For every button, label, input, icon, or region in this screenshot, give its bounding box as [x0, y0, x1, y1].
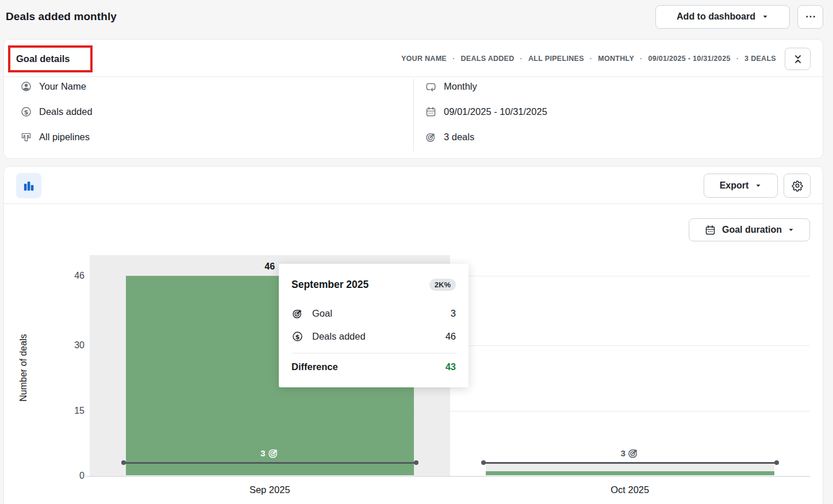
separator-dot: · — [520, 55, 523, 63]
bar-chart-type-button[interactable] — [16, 173, 41, 198]
chevron-down-icon — [755, 182, 762, 189]
target-icon — [425, 131, 437, 143]
bar-chart-icon — [21, 178, 36, 193]
tooltip-divider — [291, 353, 456, 353]
settings-button[interactable] — [784, 174, 811, 198]
svg-text:$: $ — [295, 333, 300, 341]
separator-dot: · — [590, 55, 592, 63]
goal-frequency-row: Monthly — [425, 80, 547, 93]
chart-toolbar: Export — [4, 167, 823, 204]
separator-dot: · — [452, 55, 455, 63]
chart-tooltip: September 2025 2K% Goal 3 $ Deals added … — [279, 264, 469, 387]
goal-duration-label: Goal duration — [722, 225, 782, 235]
svg-text:$: $ — [24, 108, 29, 116]
goal-details-body: Your Name $ Deals added All pipelines Mo… — [4, 77, 823, 159]
chevron-down-icon — [788, 226, 794, 233]
tooltip-goal-value: 3 — [451, 308, 456, 319]
ellipsis-icon — [805, 11, 816, 22]
goal-owner-row: Your Name — [20, 80, 93, 93]
goal-summary-item: MONTHLY — [598, 55, 634, 63]
tooltip-difference-row: Difference 43 — [291, 361, 456, 372]
chevron-down-icon — [762, 13, 769, 20]
collapse-icon — [792, 53, 804, 66]
separator-dot: · — [640, 55, 642, 63]
goal-details-panel: Goal details YOUR NAME·DEALS ADDED·ALL P… — [3, 39, 823, 159]
goal-metric-label: Deals added — [39, 106, 93, 117]
goal-metric-row: $ Deals added — [20, 106, 93, 118]
tooltip-deals-row: $ Deals added 46 — [291, 330, 456, 343]
pipeline-icon — [20, 131, 32, 143]
goal-summary-item: 09/01/2025 - 10/31/2025 — [648, 55, 731, 63]
dollar-icon: $ — [20, 106, 32, 118]
header-actions: Add to dashboard — [655, 5, 823, 29]
more-options-button[interactable] — [797, 5, 823, 29]
tooltip-goal-label: Goal — [312, 308, 332, 319]
vertical-divider — [413, 79, 414, 151]
goal-daterange-label: 09/01/2025 - 10/31/2025 — [444, 106, 547, 117]
tooltip-percent-badge: 2K% — [429, 279, 456, 291]
recurrence-icon — [425, 80, 437, 93]
tooltip-difference-value: 43 — [446, 361, 456, 372]
goal-summary-item: YOUR NAME — [401, 55, 447, 63]
collapse-button[interactable] — [785, 48, 811, 70]
goal-summary-item: DEALS ADDED — [460, 55, 514, 63]
tooltip-goal-row: Goal 3 — [291, 307, 456, 320]
target-icon — [291, 307, 304, 320]
tooltip-title: September 2025 — [291, 279, 368, 291]
goal-target-label: 3 deals — [444, 132, 474, 143]
tooltip-difference-label: Difference — [291, 361, 338, 372]
export-label: Export — [720, 180, 749, 191]
goal-summary: YOUR NAME·DEALS ADDED·ALL PIPELINES·MONT… — [401, 40, 776, 77]
export-button[interactable]: Export — [704, 174, 778, 198]
separator-dot: · — [736, 55, 739, 63]
goal-details-header: Goal details YOUR NAME·DEALS ADDED·ALL P… — [4, 40, 823, 77]
calendar-icon — [704, 224, 716, 236]
gear-icon — [791, 179, 804, 192]
add-to-dashboard-button[interactable]: Add to dashboard — [655, 5, 790, 29]
add-to-dashboard-label: Add to dashboard — [677, 11, 755, 22]
goal-owner-label: Your Name — [39, 81, 86, 92]
dollar-icon: $ — [291, 330, 304, 343]
goal-details-title: Goal details — [16, 53, 70, 64]
goal-pipeline-label: All pipelines — [39, 132, 90, 143]
goal-pipeline-row: All pipelines — [20, 131, 93, 143]
tooltip-deals-value: 46 — [446, 331, 456, 342]
user-icon — [20, 80, 32, 93]
tooltip-deals-label: Deals added — [312, 331, 366, 342]
goal-summary-item: ALL PIPELINES — [528, 55, 584, 63]
goal-daterange-row: 09/01/2025 - 10/31/2025 — [425, 106, 547, 118]
goal-frequency-label: Monthly — [444, 81, 477, 92]
goal-summary-item: 3 DEALS — [744, 55, 776, 63]
page-header: Deals added monthly Add to dashboard — [6, 0, 823, 33]
goal-target-row: 3 deals — [425, 131, 547, 143]
page-title: Deals added monthly — [6, 10, 117, 23]
calendar-icon — [425, 106, 437, 118]
goal-details-annotation-box: Goal details — [8, 45, 93, 72]
goal-duration-button[interactable]: Goal duration — [689, 218, 810, 241]
